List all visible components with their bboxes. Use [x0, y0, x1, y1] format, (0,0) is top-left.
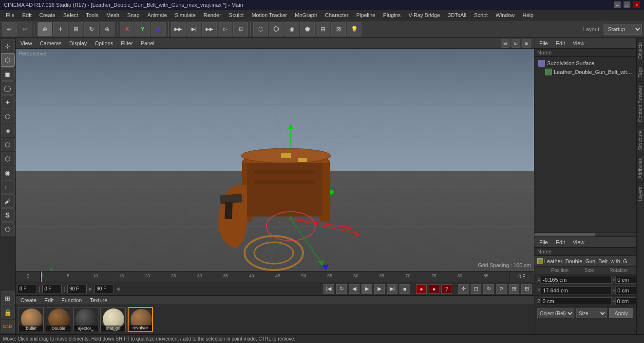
object-item-belt[interactable]: Leather_Double_Gun_Belt_with_ — [536, 68, 634, 76]
tool-deform[interactable]: ◈ — [1, 124, 15, 137]
menu-item-tools[interactable]: Tools — [82, 11, 102, 19]
menu-item-edit[interactable]: Edit — [19, 11, 36, 19]
shading-mode-6[interactable]: ⊠ — [331, 22, 346, 36]
material-item-ejector_[interactable]: ejector_ — [73, 307, 98, 332]
display-menu[interactable]: Display — [67, 39, 89, 47]
obj-edit-btn[interactable]: Edit — [554, 39, 567, 47]
next-frame-button[interactable]: ▶ — [374, 284, 385, 294]
layout-select[interactable]: Startup Standard Animation — [604, 24, 642, 35]
render-all-button[interactable]: ▶▶ — [202, 22, 217, 36]
select-tool-button[interactable]: ⊕ — [38, 22, 52, 36]
menu-item-script[interactable]: Script — [470, 11, 492, 19]
vp-icon-1[interactable]: ⊞ — [501, 39, 510, 48]
tags-tab[interactable]: Tags — [637, 63, 644, 81]
light-button[interactable]: 💡 — [347, 22, 361, 36]
motion-mode-button[interactable]: ⊡ — [471, 284, 481, 294]
menu-item-window[interactable]: Window — [492, 11, 518, 19]
menu-item-render[interactable]: Render — [200, 11, 225, 19]
options-menu[interactable]: Options — [93, 39, 115, 47]
rotate-tool-button[interactable]: ↻ — [84, 22, 99, 36]
shading-mode-4[interactable]: ⬟ — [300, 22, 315, 36]
shading-mode-5[interactable]: ⊟ — [316, 22, 330, 36]
shading-mode-2[interactable]: 🞆 — [269, 22, 284, 36]
tool-sculpt[interactable]: ⬡ — [1, 222, 15, 236]
render-interactive-button[interactable]: ▷ — [218, 22, 232, 36]
view-menu[interactable]: View — [19, 39, 34, 47]
y-pos-input[interactable] — [541, 287, 612, 294]
y-axis-button[interactable]: Y — [135, 22, 150, 36]
tool-camera[interactable]: ⬡ — [1, 152, 15, 165]
goto-end-button[interactable]: ▶| — [387, 284, 398, 294]
menu-item-select[interactable]: Select — [59, 11, 82, 19]
tool-lock[interactable]: 🔒 — [1, 306, 15, 319]
frame-end-input[interactable] — [67, 285, 87, 293]
render-region-button[interactable]: ▶▶ — [171, 22, 186, 36]
content-browser-tab[interactable]: Content Browser — [637, 81, 644, 126]
material-item-bullet[interactable]: bullet — [19, 307, 44, 332]
menu-item-motion-tracker[interactable]: Motion Tracker — [247, 11, 291, 19]
z-pos-input[interactable] — [541, 297, 612, 305]
menu-item-create[interactable]: Create — [36, 11, 59, 19]
shading-mode-3[interactable]: ◉ — [284, 22, 299, 36]
layers-tab[interactable]: Layers — [637, 182, 644, 205]
menu-item-simulate[interactable]: Simulate — [171, 11, 200, 19]
keyframe-mode-button[interactable]: ✛ — [458, 284, 469, 294]
size-mode-select[interactable]: Size Scale — [576, 308, 607, 318]
vp-icon-3[interactable]: ⊞ — [522, 39, 531, 48]
menu-item-animate[interactable]: Animate — [144, 11, 171, 19]
material-create-menu[interactable]: Create — [19, 296, 38, 304]
obj-file-btn[interactable]: File — [537, 39, 550, 47]
x-pos-input[interactable] — [541, 276, 612, 284]
menu-item-character[interactable]: Character — [321, 11, 352, 19]
attr-edit-btn[interactable]: Edit — [554, 238, 567, 246]
record-button[interactable]: ● — [416, 284, 427, 294]
material-texture-menu[interactable]: Texture — [88, 296, 109, 304]
tool-light[interactable]: ◉ — [1, 166, 15, 180]
minimize-button[interactable]: – — [614, 1, 621, 8]
prev-frame-button[interactable]: ◀ — [349, 284, 360, 294]
objects-tab[interactable]: Objects — [637, 38, 644, 63]
grid-mode-button[interactable]: ⊞ — [509, 284, 519, 294]
frame-end2-input[interactable] — [95, 285, 114, 293]
menu-item-pipeline[interactable]: Pipeline — [352, 11, 379, 19]
apply-button[interactable]: Apply — [609, 308, 633, 318]
play-button[interactable]: ▶ — [361, 284, 372, 294]
timeline-ruler[interactable]: 051015202530354045505560657075808590 — [41, 271, 510, 282]
tool-cinema[interactable]: C4D — [1, 320, 15, 333]
material-item-Double[interactable]: Double — [46, 307, 71, 332]
filter-menu[interactable]: Filter — [119, 39, 134, 47]
material-function-menu[interactable]: Function — [59, 296, 84, 304]
param-mode-button[interactable]: P — [496, 284, 507, 294]
cameras-menu[interactable]: Cameras — [38, 39, 64, 47]
menu-item-plugins[interactable]: Plugins — [379, 11, 404, 19]
menu-item-3dtoall[interactable]: 3DToAll — [444, 11, 470, 19]
tool-cursor[interactable]: ⊹ — [1, 39, 15, 53]
structure-tab[interactable]: Structure — [637, 126, 644, 154]
menu-item-sculpt[interactable]: Sculpt — [225, 11, 248, 19]
maximize-button[interactable]: □ — [624, 1, 630, 8]
attr-file-btn[interactable]: File — [537, 238, 550, 246]
menu-item-mograph[interactable]: MoGraph — [291, 11, 321, 19]
tool-circle[interactable]: ◯ — [1, 81, 15, 95]
coord-system-select[interactable]: Object (Rel) World Camera — [537, 308, 574, 318]
tool-spline[interactable]: ✦ — [1, 95, 15, 109]
menu-item-file[interactable]: File — [2, 11, 19, 19]
move-tool-button[interactable]: ✛ — [53, 22, 68, 36]
x-axis-button[interactable]: X — [120, 22, 134, 36]
tool-s[interactable]: S — [1, 208, 15, 222]
tool-paint[interactable]: 🖌 — [1, 194, 15, 208]
obj-scroll-bar[interactable] — [534, 233, 636, 236]
frame-current-input[interactable] — [42, 285, 62, 293]
close-button[interactable]: × — [633, 1, 640, 8]
layout-mode-button[interactable]: ⊟ — [521, 284, 532, 294]
shading-mode-1[interactable]: ⬡ — [253, 22, 268, 36]
tool-grid[interactable]: ⊞ — [1, 291, 15, 305]
menu-item-help[interactable]: Help — [519, 11, 538, 19]
redo-button[interactable]: ↩ — [18, 22, 32, 36]
tool-polygon[interactable]: ◼ — [1, 67, 15, 81]
scale-tool-button[interactable]: ⊞ — [69, 22, 83, 36]
menu-item-v-ray-bridge[interactable]: V-Ray Bridge — [405, 11, 444, 19]
attributes-tab[interactable]: Attributes — [637, 154, 644, 182]
record-auto-button[interactable]: ● — [429, 284, 439, 294]
panel-menu[interactable]: Panel — [139, 39, 156, 47]
